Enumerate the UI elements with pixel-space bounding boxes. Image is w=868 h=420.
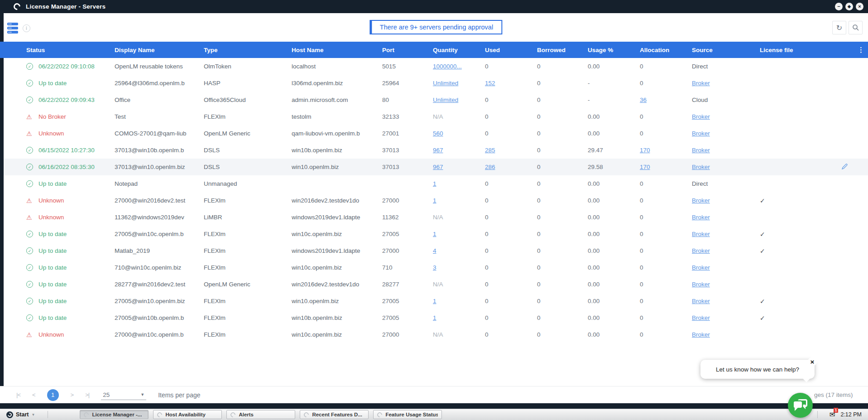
table-row[interactable]: ✓06/22/2022 09:09:43OfficeOffice365Cloud… — [0, 92, 868, 108]
column-menu-icon[interactable]: ⋮ — [858, 46, 864, 54]
pending-approval-banner[interactable]: There are 9+ servers pending approval — [369, 20, 502, 34]
search-button[interactable] — [849, 21, 863, 34]
status-icon-cell: ✓ — [26, 264, 38, 271]
cell-source-link[interactable]: Broker — [692, 247, 760, 254]
cell-port: 27000 — [382, 197, 433, 204]
cell-source-link[interactable]: Broker — [692, 164, 760, 170]
taskbar-item-recent-features-d[interactable]: Recent Features D... — [300, 410, 369, 419]
cell-allocation-link[interactable]: 36 — [640, 97, 692, 103]
cell-quantity-link[interactable]: Unlimited — [433, 80, 485, 87]
cell-source-link[interactable]: Broker — [692, 298, 760, 304]
cell-quantity-link[interactable]: 1 — [433, 197, 485, 204]
cell-borrowed: 0 — [537, 63, 588, 70]
prev-page-button[interactable]: < — [32, 391, 35, 398]
taskbar-item-license-manager[interactable]: License Manager -... — [80, 410, 149, 419]
cell-source-link[interactable]: Broker — [692, 197, 760, 204]
cell-quantity-link[interactable]: 1000000... — [433, 63, 485, 70]
cell-quantity-link[interactable]: 967 — [433, 164, 485, 170]
table-row[interactable]: ✓06/22/2022 09:10:08OpenLM reusable toke… — [0, 58, 868, 75]
cell-source-link[interactable]: Broker — [692, 281, 760, 288]
cell-source-link[interactable]: Broker — [692, 314, 760, 321]
table-row[interactable]: ✓Up to date27005@win10b.openlm.bFLEXlmwi… — [0, 309, 868, 326]
cell-quantity-link[interactable]: 560 — [433, 130, 485, 137]
cell-used-link[interactable]: 285 — [485, 147, 537, 154]
next-page-button[interactable]: > — [71, 391, 74, 398]
column-header-host-name[interactable]: Host Name — [292, 47, 382, 53]
cell-status: Unknown — [38, 331, 115, 338]
first-page-button[interactable]: |< — [16, 391, 20, 398]
column-header-port[interactable]: Port — [382, 47, 433, 53]
table-row[interactable]: ⚠No BrokerTestFLEXlmtestolm32133N/A000.0… — [0, 108, 868, 125]
column-header-quantity[interactable]: Quantity — [433, 47, 485, 53]
cell-host-name: windows2019dev1.ldapte — [292, 247, 382, 254]
column-header-type[interactable]: Type — [204, 47, 292, 53]
cell-source-link[interactable]: Broker — [692, 264, 760, 271]
table-row[interactable]: ✓Up to date25964@l306md.openlm.bHASPl306… — [0, 75, 868, 92]
maximize-button[interactable]: ◆ — [845, 3, 853, 10]
cell-source-link[interactable]: Broker — [692, 231, 760, 237]
cell-quantity-link[interactable]: 1 — [433, 314, 485, 321]
cell-used-link[interactable]: 152 — [485, 80, 537, 87]
cell-source-link[interactable]: Broker — [692, 130, 760, 137]
edit-pencil-icon[interactable] — [841, 163, 848, 171]
info-icon[interactable]: i — [23, 24, 30, 32]
table-row[interactable]: ✓Up to dateNotepadUnmanaged1000.000Direc… — [0, 175, 868, 192]
column-header-status[interactable]: Status — [26, 47, 115, 53]
taskbar-item-label: Recent Features D... — [312, 412, 362, 417]
cell-type: FLEXlm — [204, 264, 292, 271]
cell-quantity-link[interactable]: 1 — [433, 180, 485, 187]
cell-quantity-link[interactable]: 1 — [433, 298, 485, 304]
cell-quantity-link[interactable]: 1 — [433, 231, 485, 237]
last-page-button[interactable]: >| — [85, 391, 89, 398]
table-row[interactable]: ⚠Unknown11362@windows2019devLiMBRwindows… — [0, 209, 868, 226]
cell-quantity-link[interactable]: 4 — [433, 247, 485, 254]
taskbar-item-feature-usage-status[interactable]: Feature Usage Status — [373, 410, 442, 419]
column-header-source[interactable]: Source — [692, 47, 760, 53]
column-header-allocation[interactable]: Allocation — [640, 47, 692, 53]
start-button[interactable]: Start ▼ — [6, 411, 35, 418]
cell-used: 0 — [485, 180, 537, 187]
column-header-used[interactable]: Used — [485, 47, 537, 53]
cell-used-link[interactable]: 286 — [485, 164, 537, 170]
cell-quantity-link[interactable]: Unlimited — [433, 97, 485, 103]
taskbar-item-host-availability[interactable]: Host Availability — [153, 410, 222, 419]
chat-button[interactable] — [788, 393, 813, 418]
cell-status: 06/22/2022 09:09:43 — [38, 97, 115, 103]
cell-source-link[interactable]: Broker — [692, 214, 760, 221]
table-row[interactable]: ✓06/16/2022 08:35:3037013@win10.openlm.b… — [0, 159, 868, 175]
column-header-usage[interactable]: Usage % — [588, 47, 640, 53]
cell-allocation-link[interactable]: 170 — [640, 164, 692, 170]
refresh-button[interactable]: ↻ — [832, 21, 846, 34]
table-row[interactable]: ⚠Unknown27000@win2016dev2.testFLEXlmwin2… — [0, 192, 868, 209]
column-header-display-name[interactable]: Display Name — [115, 47, 204, 53]
table-row[interactable]: ✓Up to date28277@win2016dev2.testOpenLM … — [0, 276, 868, 293]
current-page-button[interactable]: 1 — [47, 389, 59, 401]
table-row[interactable]: ⚠UnknownCOMOS-27001@qam-liubOpenLM Gener… — [0, 125, 868, 142]
close-button[interactable]: × — [856, 3, 863, 10]
cell-display-name: 27000@win10c.openlm.b — [115, 331, 204, 338]
cell-allocation-link[interactable]: 170 — [640, 147, 692, 154]
cell-source-link[interactable]: Broker — [692, 331, 760, 338]
page-size-select[interactable]: 25 ▼ — [101, 390, 146, 400]
cell-quantity-link[interactable]: 3 — [433, 264, 485, 271]
status-ok-icon: ✓ — [26, 264, 33, 271]
status-icon-cell: ✓ — [26, 180, 38, 187]
cell-quantity-link[interactable]: 967 — [433, 147, 485, 154]
table-row[interactable]: ✓Up to dateMatlab_2019FLEXlmwindows2019d… — [0, 242, 868, 259]
column-header-borrowed[interactable]: Borrowed — [537, 47, 588, 53]
cell-source-link[interactable]: Broker — [692, 147, 760, 154]
minimize-button[interactable]: − — [835, 3, 843, 10]
servers-icon[interactable] — [7, 23, 18, 34]
cell-source-link[interactable]: Broker — [692, 80, 760, 87]
table-row[interactable]: ✓Up to date27005@win10c.openlm.bFLEXlmwi… — [0, 226, 868, 242]
table-row[interactable]: ⚠Unknown27000@win10c.openlm.bFLEXlmwin10… — [0, 326, 868, 343]
cell-license-file: ✓ — [760, 231, 841, 238]
mail-icon[interactable]: ✉ 1 — [830, 410, 835, 419]
table-row[interactable]: ✓06/15/2022 10:27:3037013@win10b.openlm.… — [0, 142, 868, 159]
cell-source-link[interactable]: Broker — [692, 113, 760, 120]
table-row[interactable]: ✓Up to date27005@win10.openlm.bizFLEXlmw… — [0, 293, 868, 309]
chat-tooltip-close-icon[interactable]: × — [808, 357, 817, 366]
taskbar-item-alerts[interactable]: Alerts — [226, 410, 295, 419]
column-header-license-file[interactable]: License file — [760, 47, 841, 53]
table-row[interactable]: ✓Up to date710@win10c.openlm.bizFLEXlmwi… — [0, 259, 868, 276]
